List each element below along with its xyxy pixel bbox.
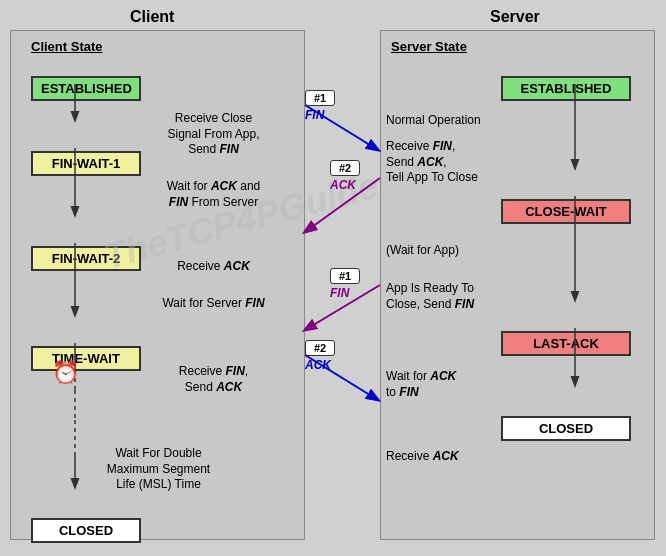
state-last-ack: LAST-ACK — [501, 331, 631, 356]
desc-wait-for-app: (Wait for App) — [386, 243, 496, 259]
desc-receive-close: Receive CloseSignal From App,Send FIN — [141, 111, 286, 158]
state-fin-wait-2: FIN-WAIT-2 — [31, 246, 141, 271]
server-panel: Server State ESTABLISHED CLOSE-WAIT LAST… — [380, 30, 655, 540]
desc-app-ready-close: App Is Ready ToClose, Send FIN — [386, 281, 496, 312]
state-closed-server: CLOSED — [501, 416, 631, 441]
state-time-wait: TIME-WAIT — [31, 346, 141, 371]
desc-receive-fin-send-ack-server: Receive FIN,Send ACK,Tell App To Close — [386, 139, 496, 186]
msg3-bubble: #1 — [330, 268, 360, 284]
client-panel: Client State ESTABLISHED FIN-WAIT-1 FIN-… — [10, 30, 305, 540]
client-state-label: Client State — [31, 39, 103, 54]
desc-receive-ack: Receive ACK — [141, 259, 286, 275]
msg4-ack-label: ACK — [305, 358, 331, 372]
state-established-server: ESTABLISHED — [501, 76, 631, 101]
main-container: Client Server Client State ESTABLISHED F… — [0, 0, 666, 556]
server-header: Server — [490, 8, 540, 26]
state-closed-client: CLOSED — [31, 518, 141, 543]
client-header: Client — [130, 8, 174, 26]
state-established-client: ESTABLISHED — [31, 76, 141, 101]
server-state-label: Server State — [391, 39, 467, 54]
msg3-fin-label: FIN — [330, 286, 349, 300]
msg2-bubble: #2 — [330, 160, 360, 176]
desc-receive-fin-send-ack: Receive FIN,Send ACK — [141, 364, 286, 395]
desc-receive-ack-server: Receive ACK — [386, 449, 496, 465]
state-fin-wait-1: FIN-WAIT-1 — [31, 151, 141, 176]
desc-wait-server-fin: Wait for Server FIN — [141, 296, 286, 312]
msg1-bubble: #1 — [305, 90, 335, 106]
desc-wait-ack-fin: Wait for ACK andFIN From Server — [141, 179, 286, 210]
msg4-bubble: #2 — [305, 340, 335, 356]
desc-normal-op: Normal Operation — [386, 113, 496, 129]
desc-wait-msl: Wait For DoubleMaximum SegmentLife (MSL)… — [71, 446, 246, 493]
msg2-ack-label: ACK — [330, 178, 356, 192]
state-close-wait: CLOSE-WAIT — [501, 199, 631, 224]
desc-wait-ack-to-fin: Wait for ACKto FIN — [386, 369, 496, 400]
msg1-fin-label: FIN — [305, 108, 324, 122]
clock-icon: ⏰ — [52, 360, 79, 386]
